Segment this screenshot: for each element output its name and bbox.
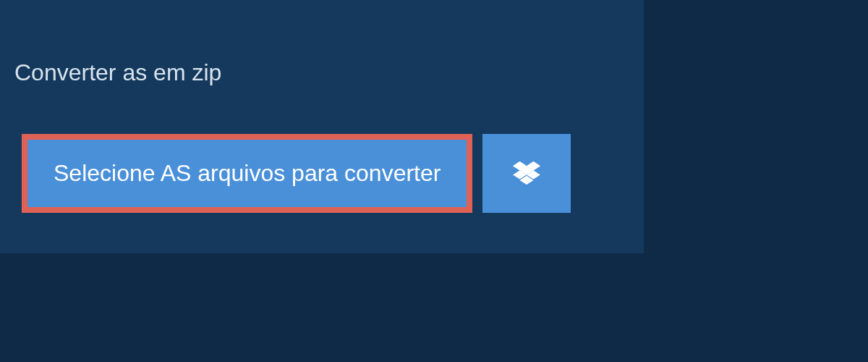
dropbox-button[interactable] (482, 134, 571, 213)
select-files-button[interactable]: Selecione AS arquivos para converter (22, 134, 472, 213)
tab-converter[interactable]: Converter as em zip (0, 45, 243, 101)
converter-panel: Converter as em zip Selecione AS arquivo… (0, 0, 644, 253)
file-select-row: Selecione AS arquivos para converter (22, 134, 571, 213)
dropbox-icon (513, 161, 540, 186)
select-files-label: Selecione AS arquivos para converter (54, 160, 441, 187)
tab-label: Converter as em zip (14, 59, 221, 85)
